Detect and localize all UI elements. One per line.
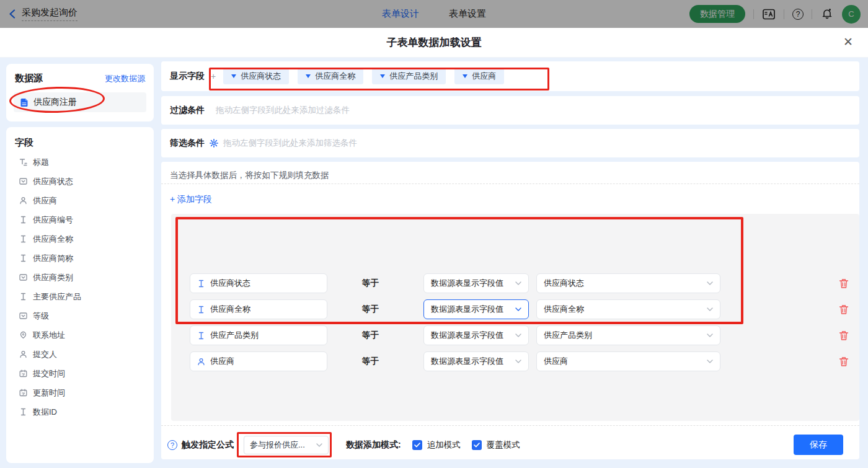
- caret-down-icon: [463, 74, 467, 78]
- rule-field-label: 供应商全称: [210, 304, 250, 315]
- form-name[interactable]: 采购发起询价: [22, 7, 78, 21]
- field-label: 供应商: [33, 195, 57, 206]
- rules-panel: 供应商状态 等于 数据源表显示字段值 供应商状态 供应商全称: [171, 214, 859, 421]
- tab-form-design[interactable]: 表单设计: [382, 8, 419, 20]
- tab-form-settings[interactable]: 表单设置: [449, 8, 486, 20]
- field-item-supplier-fullname[interactable]: 供应商全称: [6, 229, 154, 249]
- rule-value-dropdown[interactable]: 供应商全称: [536, 299, 720, 319]
- modal-header: 子表单数据加载设置: [0, 28, 868, 58]
- display-field-tag[interactable]: 供应商状态: [223, 68, 289, 84]
- append-mode-checkbox[interactable]: 追加模式: [412, 439, 461, 451]
- rule-field-input[interactable]: 供应商全称: [190, 299, 327, 319]
- text-icon: [197, 306, 205, 314]
- back-nav[interactable]: 采购发起询价: [9, 7, 78, 21]
- field-item-supplier[interactable]: 供应商: [6, 191, 154, 210]
- formula-dropdown[interactable]: 参与报价供应...: [244, 436, 329, 454]
- text-icon: [197, 280, 205, 288]
- add-display-field-button[interactable]: +: [211, 71, 216, 81]
- close-icon[interactable]: ✕: [843, 36, 853, 48]
- filter-condition-row[interactable]: 过滤条件 拖动左侧字段到此处来添加过滤条件: [161, 96, 859, 125]
- help-icon[interactable]: ?: [792, 9, 804, 20]
- caret-down-icon: [380, 74, 385, 78]
- rule-value-dropdown[interactable]: 供应商状态: [536, 273, 720, 293]
- filter-label: 过滤条件: [170, 105, 205, 116]
- text-icon: [19, 254, 27, 262]
- datasource-item[interactable]: 供应商注册: [14, 92, 146, 112]
- text-icon: [19, 235, 27, 243]
- rule-value-dropdown[interactable]: 供应商: [536, 351, 720, 371]
- divider: [753, 9, 754, 19]
- field-item-supplier-status[interactable]: 供应商状态: [6, 172, 154, 191]
- save-button[interactable]: 保存: [794, 435, 843, 455]
- screening-condition-row[interactable]: 筛选条件 拖动左侧字段到此处来添加筛选条件: [161, 129, 859, 157]
- display-field-tag[interactable]: 供应商: [454, 68, 504, 84]
- topbar-tabs: 表单设计 表单设置: [382, 0, 486, 28]
- contacts-icon[interactable]: [762, 7, 776, 21]
- field-item-grade[interactable]: 等级: [6, 306, 154, 325]
- data-manage-button[interactable]: 数据管理: [689, 5, 745, 23]
- topbar-actions: 数据管理 ? C: [689, 0, 861, 28]
- user-icon: [197, 358, 205, 366]
- gear-icon[interactable]: [210, 139, 218, 148]
- tag-label: 供应商状态: [241, 71, 281, 82]
- field-item-submitter[interactable]: 提交人: [6, 345, 154, 364]
- modal-body: 数据源 更改数据源 供应商注册 字段 标题 供应商状态: [0, 58, 868, 468]
- delete-rule-icon[interactable]: [838, 273, 850, 293]
- rule-source-dropdown[interactable]: 数据源表显示字段值: [423, 325, 529, 345]
- field-label: 供应商全称: [33, 234, 73, 245]
- rules-hint: 当选择具体数据后，将按如下规则填充数据: [170, 170, 329, 181]
- dropdown-value: 数据源表显示字段值: [431, 356, 503, 367]
- field-label: 更新时间: [33, 387, 65, 399]
- field-label: 提交时间: [33, 368, 65, 379]
- field-label: 标题: [33, 157, 49, 168]
- rule-source-dropdown[interactable]: 数据源表显示字段值: [423, 351, 529, 371]
- rule-source-dropdown[interactable]: 数据源表显示字段值: [423, 299, 529, 319]
- field-item-contact-address[interactable]: 联系地址: [6, 325, 154, 345]
- rule-value-dropdown[interactable]: 供应产品类别: [536, 325, 720, 345]
- text-icon: [19, 216, 27, 224]
- caret-down-icon: [231, 74, 236, 78]
- operator-label: 等于: [362, 325, 379, 345]
- checkbox-checked-icon[interactable]: [472, 440, 482, 450]
- display-field-tag[interactable]: 供应商全称: [298, 68, 363, 84]
- fields-card: 字段 标题 供应商状态 供应商 供应商编号 供应商全称: [6, 127, 154, 463]
- rule-field-input[interactable]: 供应商状态: [190, 273, 327, 293]
- rule-source-dropdown[interactable]: 数据源表显示字段值: [423, 273, 529, 293]
- overwrite-mode-checkbox[interactable]: 覆盖模式: [472, 439, 520, 451]
- rule-field-input[interactable]: 供应商: [190, 351, 327, 371]
- field-item-update-time[interactable]: 更新时间: [6, 383, 154, 402]
- chevron-down-icon: [707, 333, 713, 337]
- field-item-supplier-category[interactable]: 供应商类别: [6, 268, 154, 287]
- avatar[interactable]: C: [842, 5, 861, 24]
- divider: [161, 183, 859, 184]
- change-datasource-link[interactable]: 更改数据源: [105, 73, 145, 84]
- notification-bell-icon[interactable]: [820, 7, 834, 21]
- delete-rule-icon[interactable]: [838, 299, 850, 319]
- filter-placeholder: 拖动左侧字段到此处来添加过滤条件: [216, 105, 350, 116]
- chevron-down-icon: [515, 360, 521, 363]
- chevron-down-icon: [707, 307, 713, 311]
- screen: 采购发起询价 表单设计 表单设置 数据管理 ? C 子表单数据加载设置 ✕: [0, 0, 868, 468]
- field-label: 提交人: [33, 349, 57, 360]
- field-item-main-products[interactable]: 主要供应产品: [6, 287, 154, 306]
- field-item-supplier-no[interactable]: 供应商编号: [6, 210, 154, 229]
- select-icon: [19, 273, 27, 281]
- field-item-title[interactable]: 标题: [6, 152, 154, 172]
- delete-rule-icon[interactable]: [838, 325, 850, 345]
- tag-label: 供应产品类别: [389, 71, 438, 82]
- field-item-supplier-shortname[interactable]: 供应商简称: [6, 249, 154, 268]
- help-icon[interactable]: ?: [167, 440, 177, 450]
- field-item-submit-time[interactable]: 提交时间: [6, 364, 154, 383]
- add-field-link[interactable]: + 添加字段: [170, 194, 212, 205]
- field-label: 等级: [33, 311, 49, 322]
- display-field-tag[interactable]: 供应产品类别: [372, 68, 446, 84]
- checkbox-checked-icon[interactable]: [412, 440, 422, 450]
- dropdown-value: 供应商状态: [544, 278, 584, 289]
- rule-field-input[interactable]: 供应产品类别: [190, 325, 327, 345]
- back-icon[interactable]: [9, 9, 16, 19]
- rule-field-label: 供应产品类别: [210, 330, 259, 341]
- field-item-data-id[interactable]: 数据ID: [6, 402, 154, 422]
- text-icon: [19, 408, 27, 416]
- delete-rule-icon[interactable]: [838, 351, 850, 371]
- select-icon: [19, 177, 27, 185]
